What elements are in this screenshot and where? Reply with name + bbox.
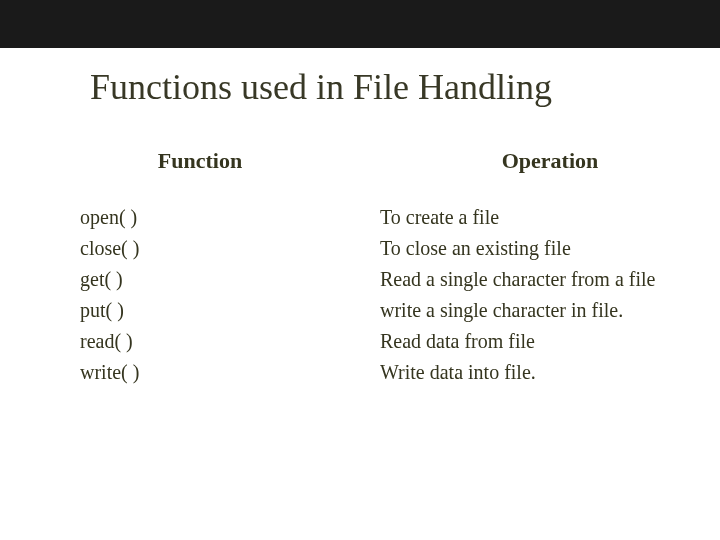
table-row: open( ) xyxy=(80,202,380,233)
table-row: read( ) xyxy=(80,326,380,357)
top-band xyxy=(0,0,720,48)
function-column: open( ) close( ) get( ) put( ) read( ) w… xyxy=(80,202,380,388)
table-row: get( ) xyxy=(80,264,380,295)
column-header-operation: Operation xyxy=(380,148,720,174)
page-title: Functions used in File Handling xyxy=(90,66,720,108)
table-row: To close an existing file xyxy=(380,233,720,264)
table-row: To create a file xyxy=(380,202,720,233)
table-row: close( ) xyxy=(80,233,380,264)
functions-table: Function Operation open( ) close( ) get(… xyxy=(80,148,720,388)
table-row: write a single character in file. xyxy=(380,295,720,326)
table-row: Read a single character from a file xyxy=(380,264,720,295)
table-row: write( ) xyxy=(80,357,380,388)
table-row: put( ) xyxy=(80,295,380,326)
column-header-function: Function xyxy=(80,148,380,174)
operation-column: To create a file To close an existing fi… xyxy=(380,202,720,388)
table-row: Read data from file xyxy=(380,326,720,357)
table-row: Write data into file. xyxy=(380,357,720,388)
